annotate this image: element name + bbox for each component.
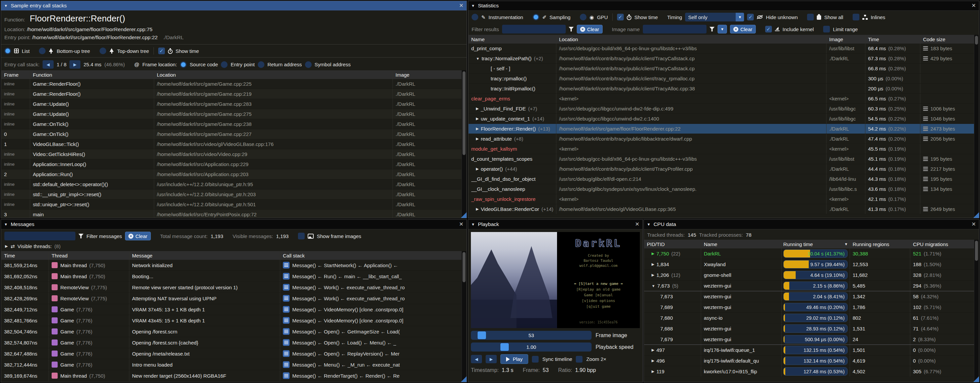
expand-arrow-icon[interactable]: ▶ <box>652 273 654 277</box>
callstack-list-icon[interactable] <box>283 273 290 280</box>
close-icon[interactable]: ✕ <box>459 3 463 8</box>
limit-range-checkbox[interactable] <box>823 26 830 32</box>
expand-arrow-icon[interactable]: ▶ <box>476 136 479 141</box>
step-back-button[interactable]: ◀ <box>471 355 482 363</box>
resize-grip[interactable] <box>461 376 466 382</box>
table-row[interactable]: ▶ 119 kworker/u17:0+i915_flip 127.48 ms … <box>644 366 978 377</box>
timing-select[interactable]: Self only ▼ <box>685 13 744 21</box>
table-row[interactable]: inline Game::OnTick() /home/wolf/darkrl/… <box>2 119 466 129</box>
table-row[interactable]: ▶ 1,834 Xwayland 9.57 s (39.44%) 12,553 … <box>644 259 978 270</box>
table-row[interactable]: ▶ VideoGLBase::RenderContent() (+14) /ho… <box>469 204 978 214</box>
include-kernel-checkbox[interactable] <box>765 26 772 32</box>
expand-arrow-icon[interactable]: ▶ <box>476 207 479 211</box>
filter-results-input[interactable] <box>502 25 566 33</box>
expand-arrow-icon[interactable]: ▶ <box>476 167 479 171</box>
show-time-checkbox[interactable] <box>617 14 624 21</box>
funnel-icon[interactable] <box>710 27 714 32</box>
table-row[interactable]: d_count_templates_scopes /usr/src/debug/… <box>469 154 978 164</box>
table-row[interactable]: inline std::__uniq_ptr_impl<>::reset() /… <box>2 190 466 199</box>
show-time-checkbox[interactable] <box>158 47 165 54</box>
table-row[interactable]: ▶ operator() (+44) /home/wolf/darkrl/con… <box>469 164 978 174</box>
clear-image-button[interactable]: ×Clear <box>730 25 756 33</box>
expand-arrow-icon[interactable]: ▶ <box>652 348 654 352</box>
samples-titlebar[interactable]: ▼ Sample entry call stacks ✕ <box>1 1 466 11</box>
expand-arrow-icon[interactable]: ▶ <box>652 262 654 266</box>
column-header-name[interactable]: Name <box>701 240 781 248</box>
table-row[interactable]: __GI__clock_nanosleep /usr/src/debug/gli… <box>469 184 978 194</box>
cpu-titlebar[interactable]: ▼ CPU data ✕ <box>644 220 979 229</box>
callstack-list-icon[interactable] <box>283 295 290 302</box>
playback-titlebar[interactable]: ▼ Playback ✕ <box>468 220 643 229</box>
return-address-radio[interactable] <box>258 61 264 68</box>
table-row[interactable]: __GI_dl_find_dso_for_object /usr/src/deb… <box>469 174 978 184</box>
table-row[interactable]: ▶ 7,750 (22) DarkRL 10.04 s (41.37%) 30,… <box>644 248 978 259</box>
table-row[interactable]: ▶ 1,206 (12) gnome-shell 4.64 s (19.10%)… <box>644 270 978 280</box>
table-row[interactable]: ▶ 496 irq/175-iwlwifi:default_qu 132.14 … <box>644 356 978 366</box>
table-row[interactable]: 7,679 wezterm-gui 500.94 µs (0.00%) 24 2… <box>644 334 978 345</box>
table-row[interactable]: 2 Application::Run() /home/wolf/darkrl/s… <box>2 169 466 179</box>
statistics-titlebar[interactable]: ▼ Statistics ✕ <box>468 1 979 11</box>
table-row[interactable]: ▶ FloorRenderer::Render() (+13) /home/wo… <box>469 124 978 134</box>
column-header-running-time[interactable]: Running time ▼ <box>781 240 850 248</box>
expand-arrow-icon[interactable]: ▼ <box>652 284 655 288</box>
table-row[interactable]: ▶ 497 irq/176-iwlwifi:queue_1 132.15 ms … <box>644 345 978 356</box>
table-row[interactable]: 3 main /home/wolf/darkrl/src/EntryPointP… <box>2 210 466 218</box>
next-call-stack-button[interactable]: ▶ <box>69 60 80 69</box>
zoom-2x-checkbox[interactable] <box>576 356 582 362</box>
resize-grip[interactable] <box>973 212 979 218</box>
table-row[interactable]: 382,647,488ns Game (7,776) Opening /meta… <box>2 348 466 359</box>
table-row[interactable]: 381,692,052ns Main thread (7,750) Bootin… <box>2 271 466 282</box>
table-row[interactable]: inline std::unique_ptr<>::reset() /usr/i… <box>2 199 466 210</box>
table-row[interactable]: [ - self - ] /home/wolf/darkrl/contrib/t… <box>469 63 978 74</box>
scrollbar-thumb[interactable] <box>463 252 466 282</box>
table-row[interactable]: inline Game::Update() /home/wolf/darkrl/… <box>2 109 466 119</box>
column-header-pid-tid[interactable]: PID/TID <box>644 240 701 248</box>
table-row[interactable]: 382,449,712ns Game (7,776) VRAM 37x45: 1… <box>2 304 466 315</box>
column-header-time[interactable]: Time <box>865 35 920 44</box>
collapse-arrow-icon[interactable]: ▼ <box>471 222 475 226</box>
table-row[interactable]: 7,688 wezterm-gui 28.93 ms (0.12%) 1,531… <box>644 323 978 334</box>
table-row[interactable]: 7,673 wezterm-gui 2.04 s (8.41%) 1,342 5… <box>644 291 978 302</box>
symbol-address-radio[interactable] <box>305 61 312 68</box>
table-row[interactable]: 382,428,269ns RemoteView (7,775) Attempt… <box>2 293 466 304</box>
table-row[interactable]: inline Game::RenderFloor() /home/wolf/da… <box>2 79 466 89</box>
column-header-image[interactable]: Image <box>827 35 865 44</box>
table-row[interactable]: ▶ read_attribute (+8) /home/wolf/darkrl/… <box>469 134 978 144</box>
image-name-input[interactable] <box>643 25 706 33</box>
table-row[interactable]: ▼ tracy::NormalizePath() (+2) /home/wolf… <box>469 54 978 63</box>
clear-filter-button[interactable]: ×Clear <box>577 25 603 33</box>
entry-point-radio[interactable] <box>221 61 228 68</box>
column-header-cpu-migrations[interactable]: CPU migrations <box>910 240 978 248</box>
table-row[interactable]: ▶ _Unwind_Find_FDE (+7) /usr/src/debug/g… <box>469 104 978 114</box>
column-header-function[interactable]: Function <box>30 70 154 79</box>
message-filter-input[interactable] <box>4 232 75 241</box>
cpu-scrollbar[interactable] <box>974 240 978 381</box>
visible-threads-label[interactable]: Visible threads: <box>18 244 52 249</box>
sync-timeline-checkbox[interactable] <box>532 356 539 362</box>
messages-scrollbar[interactable] <box>461 251 466 381</box>
table-row[interactable]: ▼ 7,673 (5) wezterm-gui 2.15 s (8.86%) 5… <box>644 280 978 291</box>
samples-scrollbar[interactable] <box>461 70 466 218</box>
column-header-frame[interactable]: Frame <box>2 70 30 79</box>
collapse-arrow-icon[interactable]: ▼ <box>4 4 8 8</box>
expand-arrow-icon[interactable]: ▶ <box>476 127 479 131</box>
collapse-arrow-icon[interactable]: ▼ <box>471 4 475 8</box>
close-icon[interactable]: ✕ <box>972 222 976 227</box>
expand-arrow-icon[interactable]: ▶ <box>476 106 479 111</box>
expand-arrow-icon[interactable]: ▶ <box>476 117 479 121</box>
column-header-name[interactable]: Name <box>469 35 556 44</box>
expand-arrow-icon[interactable]: ▶ <box>652 359 654 363</box>
column-header-location[interactable]: Location <box>556 35 827 44</box>
close-icon[interactable]: ✕ <box>972 3 976 8</box>
callstack-list-icon[interactable] <box>283 262 290 269</box>
statistics-scrollbar[interactable] <box>974 35 978 218</box>
table-row[interactable]: module_get_kallsym <kernel> <kernel> 45.… <box>469 144 978 154</box>
table-row[interactable]: ▶ uw_update_context_1 (+14) /usr/src/deb… <box>469 114 978 124</box>
column-header-time[interactable]: Time <box>2 251 49 260</box>
table-row[interactable]: inline std::default_delete<>::operator()… <box>2 179 466 190</box>
sampling-radio[interactable] <box>533 14 539 21</box>
column-header-message[interactable]: Message <box>129 251 280 260</box>
table-row[interactable]: 1 VideoGLBase::Tick() /home/wolf/darkrl/… <box>2 139 466 149</box>
table-row[interactable]: 382,574,807ns Game (7,776) Opening /fore… <box>2 337 466 348</box>
scrollbar-thumb[interactable] <box>975 241 978 261</box>
